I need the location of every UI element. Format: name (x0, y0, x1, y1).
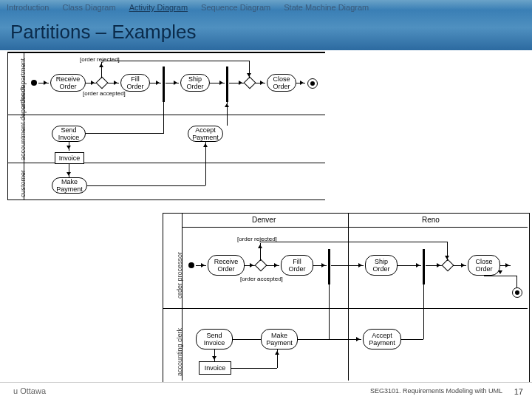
activity-receive-order: Receive Order (50, 74, 86, 92)
final-node-icon (512, 287, 522, 298)
tab-sequence-diagram[interactable]: Sequence Diagram (194, 0, 277, 15)
join-bar-icon (226, 66, 228, 102)
activity-make-payment: Make Payment (261, 329, 298, 349)
col-reno: Reno (422, 216, 440, 224)
activity-receive-order: Receive Order (208, 255, 245, 276)
tab-class-diagram[interactable]: Class Diagram (55, 0, 122, 15)
row-order-processor: order processor (176, 252, 183, 299)
decision-icon (96, 77, 109, 89)
upper-diagram: order department accountment department … (0, 52, 325, 214)
tab-introduction[interactable]: Introduction (0, 0, 55, 15)
lower-diagram: Denver Reno order processor accounting c… (163, 213, 530, 383)
tab-activity-diagram[interactable]: Activity Diagram (123, 0, 194, 15)
lane-customer: customer (19, 170, 27, 197)
page-title: Partitions – Examples (10, 21, 196, 44)
final-node-icon (307, 78, 318, 89)
decision-icon (255, 259, 267, 272)
activity-send-invoice: Send Invoice (196, 329, 233, 349)
tab-bar: Introduction Class Diagram Activity Diag… (0, 0, 532, 15)
activity-close-order: Close Order (468, 255, 500, 276)
row-accounting-clerk: accounting clerk (176, 328, 183, 376)
activity-accept-payment: Accept Payment (188, 126, 223, 142)
fork-bar-icon (163, 66, 165, 102)
activity-fill-order: Fill Order (281, 255, 313, 276)
tab-state-machine-diagram[interactable]: State Machine Diagram (277, 0, 375, 15)
object-invoice: Invoice (55, 152, 84, 164)
join-bar-icon (423, 249, 425, 284)
footer: u Ottawa SEG3101. Requirements Modeling … (0, 382, 532, 399)
col-denver: Denver (252, 216, 276, 224)
activity-accept-payment: Accept Payment (363, 329, 401, 349)
activity-send-invoice: Send Invoice (52, 126, 86, 142)
footer-course: SEG3101. Requirements Modeling with UML (370, 387, 502, 395)
page-number: 17 (514, 387, 523, 396)
activity-ship-order: Ship Order (180, 74, 210, 92)
activity-ship-order: Ship Order (365, 255, 398, 276)
initial-node-icon (31, 80, 37, 86)
fork-bar-icon (328, 249, 330, 284)
lane-accounting-dept: accountment department (19, 86, 27, 160)
object-invoice: Invoice (199, 361, 231, 375)
activity-make-payment: Make Payment (52, 177, 87, 194)
initial-node-icon (188, 262, 194, 268)
slide: Introduction Class Diagram Activity Diag… (0, 0, 532, 399)
activity-close-order: Close Order (267, 74, 296, 92)
activity-fill-order: Fill Order (120, 74, 150, 92)
guard-accepted: [order accepted] (240, 276, 283, 282)
footer-logo: u Ottawa (13, 386, 46, 395)
guard-accepted: [order accepted] (83, 90, 126, 97)
